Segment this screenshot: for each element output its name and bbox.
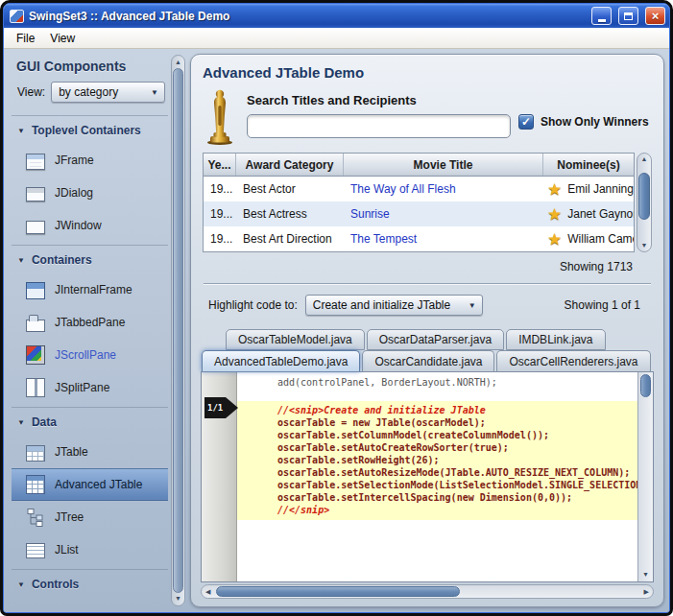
scroll-up-icon[interactable]: ▲ (637, 154, 651, 164)
table-row[interactable]: 19... Best Actress Sunrise ★ Janet Gayno… (204, 201, 634, 226)
scroll-down-icon[interactable]: ▼ (637, 241, 651, 250)
highlight-code-dropdown[interactable]: Create and initialize JTable ▼ (305, 295, 483, 316)
snippet-marker-label: 1/1 (204, 397, 226, 418)
jframe-icon (26, 154, 45, 170)
cell-nominee: ★ Emil Jannings (543, 181, 634, 198)
search-input[interactable] (247, 114, 511, 138)
cell-movie-link[interactable]: The Way of All Flesh (344, 182, 543, 196)
sidebar-scrollbar[interactable]: ▲ ▼ (171, 55, 185, 606)
tab-advancedtabledemo[interactable]: AdvancedTableDemo.java (202, 350, 360, 371)
cell-category: Best Art Direction (236, 232, 344, 246)
maximize-button[interactable] (618, 7, 638, 25)
show-only-winners-control[interactable]: ✓ Show Only Winners (511, 89, 653, 130)
code-line: oscarTable.setAutoCreateRowSorter(true); (237, 441, 637, 454)
sidebar-item-jtabbedpane[interactable]: JTabbedPane (12, 306, 168, 339)
winners-checkbox[interactable]: ✓ (518, 114, 534, 130)
view-label: View: (17, 85, 45, 99)
oscar-table: Ye... Award Category Movie Title Nominee… (203, 153, 635, 252)
winner-star-icon: ★ (547, 181, 562, 198)
tab-oscarcandidate[interactable]: OscarCandidate.java (362, 350, 494, 371)
winner-star-icon: ★ (547, 231, 562, 248)
jdialog-icon (26, 187, 45, 201)
tab-oscardataparser[interactable]: OscarDataParser.java (367, 329, 504, 350)
code-hscrollbar-thumb[interactable] (216, 586, 460, 597)
tab-oscarcellrenderers[interactable]: OscarCellRenderers.java (496, 350, 650, 371)
close-button[interactable]: × (645, 7, 665, 25)
table-header: Ye... Award Category Movie Title Nominee… (204, 154, 634, 177)
nominee-name: Janet Gaynor (567, 207, 634, 221)
tab-imdblink[interactable]: IMDBLink.java (506, 329, 605, 350)
code-vscrollbar-thumb[interactable] (640, 374, 651, 397)
code-vertical-scrollbar[interactable]: ▼ (637, 372, 653, 581)
chevron-down-icon: ▼ (145, 88, 164, 97)
jwindow-icon (26, 221, 45, 234)
scroll-down-icon[interactable]: ▼ (638, 570, 653, 580)
oscar-statue-icon (204, 89, 235, 145)
section-controls[interactable]: ▼ Controls (12, 569, 168, 598)
code-line: add(controlPanel, BorderLayout.NORTH); (237, 376, 637, 389)
sidebar-item-jlist[interactable]: JList (12, 533, 168, 566)
highlight-code-row: Highlight code to: Create and initialize… (201, 291, 654, 321)
sidebar-item-jinternalframe[interactable]: JInternalFrame (12, 273, 168, 306)
cell-movie-link[interactable]: The Tempest (344, 232, 543, 246)
section-toplevel-containers[interactable]: ▼ Toplevel Containers (12, 115, 168, 144)
sidebar-item-jframe[interactable]: JFrame (12, 144, 168, 177)
cell-year: 19... (204, 182, 236, 196)
scroll-up-icon[interactable]: ▲ (175, 58, 181, 67)
sidebar-item-label: JTree (55, 510, 84, 524)
scroll-left-icon[interactable]: ◀ (205, 587, 210, 597)
menu-file[interactable]: File (9, 29, 42, 48)
code-line: oscarTable.setSelectionMode(ListSelectio… (237, 479, 637, 491)
search-column: Search Titles and Recipients (247, 89, 511, 138)
column-header-award-category[interactable]: Award Category (236, 154, 344, 176)
collapse-arrow-icon: ▼ (17, 127, 25, 135)
section-data[interactable]: ▼ Data (12, 407, 168, 436)
code-line: oscarTable.setColumnModel(createColumnMo… (237, 429, 637, 441)
sidebar-item-jsplitpane[interactable]: JSplitPane (12, 371, 168, 404)
nominee-name: Emil Jannings (567, 182, 634, 196)
table-status: Showing 1713 (201, 252, 654, 275)
sidebar-item-togglebuttons[interactable]: ✓ ToggleButtons (12, 598, 168, 607)
jtabbedpane-icon (26, 320, 45, 332)
column-header-year[interactable]: Ye... (204, 154, 236, 176)
scroll-down-icon[interactable]: ▼ (175, 594, 181, 604)
code-horizontal-scrollbar[interactable]: ◀ ▶ (201, 584, 654, 599)
togglebuttons-icon: ✓ (28, 607, 47, 608)
content-area: GUI Components View: by category ▼ ▼ Top… (4, 49, 669, 612)
titlebar[interactable]: SwingSet3 :: Advanced JTable Demo × (4, 4, 669, 28)
sidebar: GUI Components View: by category ▼ ▼ Top… (12, 54, 168, 607)
table-zone: Ye... Award Category Movie Title Nominee… (201, 153, 654, 252)
app-window: SwingSet3 :: Advanced JTable Demo × File… (3, 3, 670, 613)
table-row[interactable]: 19... Best Art Direction The Tempest ★ W… (204, 226, 634, 251)
section-containers[interactable]: ▼ Containers (12, 245, 168, 273)
section-label: Data (32, 415, 57, 429)
sidebar-item-jdialog[interactable]: JDialog (12, 177, 168, 209)
collapse-arrow-icon: ▼ (17, 418, 25, 427)
sidebar-item-jscrollpane[interactable]: JScrollPane (12, 339, 168, 371)
code-tabs-row-top: OscarTableModel.java OscarDataParser.jav… (201, 329, 654, 350)
column-header-nominees[interactable]: Nominee(s) (543, 154, 634, 176)
close-icon: × (652, 10, 660, 22)
sidebar-item-label: JList (55, 543, 79, 557)
sidebar-item-advanced-jtable[interactable]: Advanced JTable (12, 468, 168, 501)
sidebar-item-jtree[interactable]: JTree (12, 501, 168, 533)
scroll-right-icon[interactable]: ▶ (644, 587, 649, 597)
code-line: oscarTable.setAutoResizeMode(JTable.AUTO… (237, 466, 637, 479)
sidebar-scrollbar-thumb[interactable] (173, 68, 183, 593)
tab-oscartablemodel[interactable]: OscarTableModel.java (226, 329, 365, 350)
highlighted-snippet: //<snip>Create and initialize JTable osc… (237, 401, 637, 520)
table-row[interactable]: 19... Best Actor The Way of All Flesh ★ … (204, 177, 634, 201)
table-scrollbar-thumb[interactable] (638, 173, 650, 220)
snippet-marker[interactable]: 1/1 (204, 397, 238, 418)
cell-movie-link[interactable]: Sunrise (344, 207, 543, 221)
column-header-movie-title[interactable]: Movie Title (344, 154, 543, 176)
menu-view[interactable]: View (42, 29, 83, 48)
code-line: oscarTable = new JTable(oscarModel); (237, 416, 637, 429)
table-scrollbar[interactable]: ▲ ▼ (637, 153, 652, 252)
jlist-icon (26, 543, 45, 558)
maximize-icon (624, 12, 633, 20)
view-category-dropdown[interactable]: by category ▼ (51, 82, 165, 103)
sidebar-item-jtable[interactable]: JTable (12, 436, 168, 468)
minimize-button[interactable] (591, 7, 612, 25)
sidebar-item-jwindow[interactable]: JWindow (12, 209, 168, 242)
